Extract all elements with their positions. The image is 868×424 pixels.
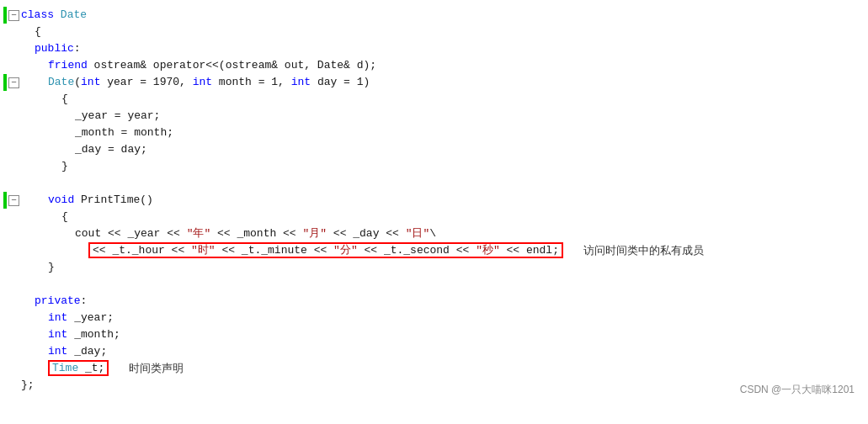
code-line: } <box>0 158 868 175</box>
code-line <box>0 175 868 192</box>
line-content: { <box>61 209 68 225</box>
line-content: int _day; <box>48 343 107 360</box>
collapse-icon <box>8 279 19 290</box>
code-container: −class Date{public:friend ostream& opera… <box>0 0 868 404</box>
line-content: { <box>61 91 68 108</box>
collapse-icon <box>8 380 19 391</box>
collapse-icon <box>8 262 19 273</box>
line-content: << _t._hour << "时" << _t._minute << "分" … <box>88 242 563 259</box>
collapse-icon <box>8 162 19 172</box>
code-line: _month = month; <box>0 125 868 141</box>
code-line: _year = year; <box>0 108 868 125</box>
collapse-icon <box>8 178 19 189</box>
line-content: int _year; <box>48 310 114 326</box>
code-line: Time _t;时间类声明 <box>0 360 868 377</box>
line-content: _year = year; <box>75 108 160 125</box>
code-line: { <box>0 209 868 225</box>
collapse-icon <box>8 212 19 223</box>
code-line: << _t._hour << "时" << _t._minute << "分" … <box>0 242 868 259</box>
line-content: { <box>35 24 41 40</box>
code-line: { <box>0 24 868 40</box>
red-box-highlight: Time _t; <box>48 360 109 376</box>
line-content: void PrintTime() <box>48 192 153 209</box>
collapse-icon[interactable]: − <box>8 10 19 21</box>
collapse-icon <box>8 347 19 358</box>
line-content: friend ostream& operator<<(ostream& out,… <box>48 57 376 74</box>
collapse-icon <box>8 128 19 139</box>
collapse-icon <box>8 330 19 341</box>
annotation: 时间类声明 <box>129 360 184 377</box>
code-line: friend ostream& operator<<(ostream& out,… <box>0 57 868 74</box>
line-content: Date(int year = 1970, int month = 1, int… <box>48 74 370 91</box>
code-line: { <box>0 91 868 108</box>
code-line: int _month; <box>0 326 868 343</box>
collapse-icon <box>8 44 19 55</box>
line-content: class Date <box>21 7 87 24</box>
collapse-icon <box>8 145 19 156</box>
code-line: }; <box>0 377 868 394</box>
collapse-icon <box>8 363 19 374</box>
code-line: int _year; <box>0 310 868 326</box>
collapse-icon[interactable]: − <box>8 195 19 206</box>
line-content: Time _t; <box>48 360 109 377</box>
code-line: −class Date <box>0 7 868 24</box>
line-content: public: <box>35 40 81 57</box>
collapse-icon <box>8 27 19 38</box>
annotation: 访问时间类中的私有成员 <box>583 242 704 259</box>
line-content: } <box>61 158 68 175</box>
collapse-icon[interactable]: − <box>8 77 19 88</box>
code-line: _day = day; <box>0 141 868 158</box>
collapse-icon <box>8 111 19 122</box>
code-line: } <box>0 259 868 276</box>
code-line <box>0 276 868 293</box>
code-line: −void PrintTime() <box>0 192 868 209</box>
line-content: _month = month; <box>75 125 173 141</box>
code-line: private: <box>0 293 868 310</box>
red-box-highlight: << _t._hour << "时" << _t._minute << "分" … <box>88 242 563 258</box>
line-content: _day = day; <box>75 141 147 158</box>
collapse-icon <box>8 296 19 307</box>
collapse-icon <box>8 229 19 240</box>
footer-attribution: CSDN @一只大喵咪1201 <box>740 383 855 397</box>
collapse-icon <box>8 94 19 105</box>
code-line: cout << _year << "年" << _month << "月" <<… <box>0 225 868 242</box>
collapse-icon <box>8 61 19 72</box>
line-content: int _month; <box>48 326 120 343</box>
code-line: −Date(int year = 1970, int month = 1, in… <box>0 74 868 91</box>
line-content: }; <box>21 377 35 394</box>
code-line: public: <box>0 40 868 57</box>
collapse-icon <box>8 246 19 257</box>
line-content: } <box>48 259 55 276</box>
collapse-icon <box>8 313 19 324</box>
code-line: int _day; <box>0 343 868 360</box>
line-content: private: <box>35 293 87 310</box>
line-content: cout << _year << "年" << _month << "月" <<… <box>75 225 436 242</box>
